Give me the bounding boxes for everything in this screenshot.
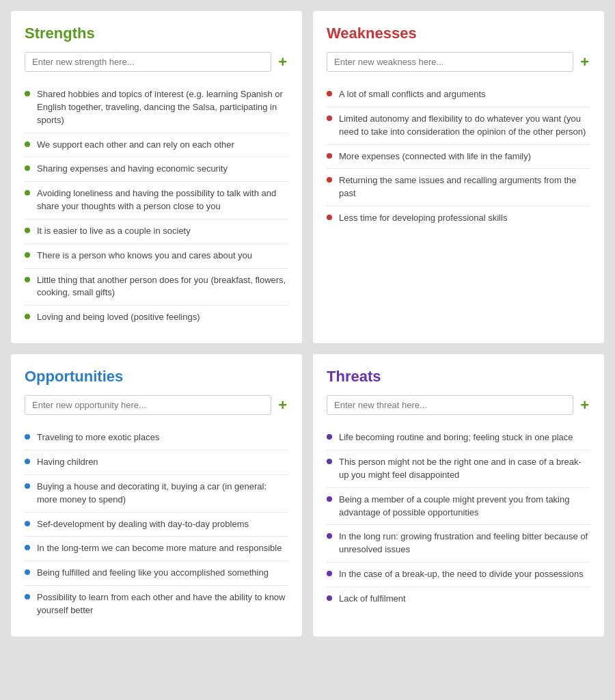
list-item: Loving and being loved (positive feeling…	[25, 306, 288, 329]
list-item-text: Sef-development by dealing with day-to-d…	[37, 518, 249, 531]
list-item-text: Less time for developing professional sk…	[339, 212, 507, 225]
list-item-text: There is a person who knows you and care…	[37, 250, 252, 262]
strengths-card: Strengths + Shared hobbies and topics of…	[11, 11, 302, 343]
bullet-icon	[327, 153, 332, 159]
list-item: Possibility to learn from each other and…	[25, 586, 288, 623]
list-item-text: In the long-term we can become more matu…	[37, 542, 282, 555]
list-item-text: Shared hobbies and topics of interest (e…	[37, 88, 288, 127]
list-item: Limited autonomy and flexibility to do w…	[327, 107, 590, 145]
bullet-icon	[25, 190, 30, 196]
list-item-text: In the long run: growing frustration and…	[339, 530, 590, 556]
list-item: Being a member of a couple might prevent…	[327, 488, 590, 526]
weaknesses-list: A lot of small conflicts and argumentsLi…	[327, 83, 590, 230]
list-item: More expenses (connected with life in th…	[327, 145, 590, 170]
list-item-text: Possibility to learn from each other and…	[37, 591, 288, 617]
bullet-icon	[25, 142, 30, 147]
list-item: In the long run: growing frustration and…	[327, 525, 590, 563]
bullet-icon	[25, 434, 30, 440]
list-item-text: Being fulfilled and feeling like you acc…	[37, 567, 269, 580]
list-item-text: Sharing expenses and having economic sec…	[37, 163, 228, 176]
opportunities-input-row: +	[25, 395, 288, 415]
bullet-icon	[25, 165, 30, 171]
list-item: Life becoming routine and boring; feelin…	[327, 426, 590, 450]
bullet-icon	[25, 545, 30, 550]
weaknesses-card: Weaknesses + A lot of small conflicts an…	[313, 11, 604, 343]
threats-title: Threats	[327, 368, 590, 386]
list-item: In the long-term we can become more matu…	[25, 537, 288, 561]
opportunities-input[interactable]	[25, 395, 271, 415]
list-item: In the case of a break-up, the need to d…	[327, 563, 590, 587]
threats-list: Life becoming routine and boring; feelin…	[327, 426, 590, 611]
bullet-icon	[327, 91, 332, 96]
threats-add-button[interactable]: +	[579, 398, 590, 413]
list-item: Buying a house and decorating it, buying…	[25, 475, 288, 513]
swot-grid: Strengths + Shared hobbies and topics of…	[11, 11, 604, 636]
bullet-icon	[327, 434, 332, 440]
weaknesses-input[interactable]	[327, 52, 573, 72]
list-item-text: Returning the same issues and recalling …	[339, 174, 590, 200]
bullet-icon	[327, 571, 332, 576]
opportunities-card: Opportunities + Traveling to more exotic…	[11, 354, 302, 636]
bullet-icon	[25, 459, 30, 464]
list-item: Being fulfilled and feeling like you acc…	[25, 561, 288, 586]
bullet-icon	[25, 252, 30, 258]
bullet-icon	[25, 521, 30, 526]
list-item: Lack of fulfilment	[327, 587, 590, 611]
list-item-text: We support each other and can rely on ea…	[37, 139, 234, 152]
strengths-list: Shared hobbies and topics of interest (e…	[25, 83, 288, 329]
list-item: This person might not be the right one a…	[327, 450, 590, 488]
list-item-text: A lot of small conflicts and arguments	[339, 88, 486, 101]
weaknesses-input-row: +	[327, 52, 590, 72]
list-item: Sef-development by dealing with day-to-d…	[25, 513, 288, 537]
bullet-icon	[327, 116, 332, 121]
list-item-text: Avoiding loneliness and having the possi…	[37, 187, 288, 213]
list-item-text: Having children	[37, 456, 98, 469]
list-item-text: Limited autonomy and flexibility to do w…	[339, 113, 590, 139]
bullet-icon	[25, 483, 30, 489]
bullet-icon	[25, 91, 30, 96]
bullet-icon	[25, 314, 30, 319]
list-item: Avoiding loneliness and having the possi…	[25, 182, 288, 219]
threats-card: Threats + Life becoming routine and bori…	[313, 354, 604, 636]
list-item-text: Little thing that another person does fo…	[37, 274, 288, 300]
list-item: Little thing that another person does fo…	[25, 269, 288, 306]
bullet-icon	[327, 459, 332, 464]
list-item-text: Lack of fulfilment	[339, 593, 406, 606]
bullet-icon	[327, 177, 332, 183]
bullet-icon	[25, 277, 30, 282]
list-item: Returning the same issues and recalling …	[327, 169, 590, 206]
bullet-icon	[25, 594, 30, 600]
list-item: A lot of small conflicts and arguments	[327, 83, 590, 107]
list-item: It is easier to live as a couple in soci…	[25, 219, 288, 244]
list-item: Shared hobbies and topics of interest (e…	[25, 83, 288, 133]
list-item-text: This person might not be the right one a…	[339, 456, 590, 482]
list-item-text: Loving and being loved (positive feeling…	[37, 311, 200, 324]
list-item-text: Life becoming routine and boring; feelin…	[339, 431, 573, 444]
bullet-icon	[25, 228, 30, 233]
opportunities-add-button[interactable]: +	[277, 398, 288, 413]
list-item-text: Being a member of a couple might prevent…	[339, 494, 590, 520]
list-item: Less time for developing professional sk…	[327, 206, 590, 230]
bullet-icon	[327, 595, 332, 601]
bullet-icon	[25, 569, 30, 575]
list-item-text: It is easier to live as a couple in soci…	[37, 225, 191, 238]
list-item: Traveling to more exotic places	[25, 426, 288, 450]
list-item-text: Traveling to more exotic places	[37, 431, 159, 444]
list-item: There is a person who knows you and care…	[25, 244, 288, 269]
list-item-text: Buying a house and decorating it, buying…	[37, 481, 288, 507]
bullet-icon	[327, 496, 332, 502]
list-item: Sharing expenses and having economic sec…	[25, 157, 288, 182]
list-item-text: In the case of a break-up, the need to d…	[339, 568, 584, 581]
weaknesses-title: Weaknesses	[327, 25, 590, 42]
bullet-icon	[327, 533, 332, 539]
list-item-text: More expenses (connected with life in th…	[339, 150, 531, 163]
threats-input-row: +	[327, 395, 590, 415]
list-item: We support each other and can rely on ea…	[25, 133, 288, 158]
opportunities-list: Traveling to more exotic placesHaving ch…	[25, 426, 288, 623]
strengths-add-button[interactable]: +	[277, 55, 288, 70]
bullet-icon	[327, 215, 332, 220]
strengths-input[interactable]	[25, 52, 271, 72]
weaknesses-add-button[interactable]: +	[579, 55, 590, 70]
opportunities-title: Opportunities	[25, 368, 288, 386]
threats-input[interactable]	[327, 395, 573, 415]
